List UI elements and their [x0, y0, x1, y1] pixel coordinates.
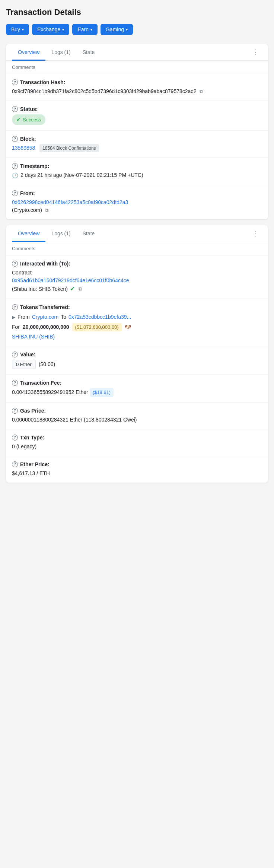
tab-overview-2[interactable]: Overview: [12, 225, 45, 242]
tokens-value: ▶ From Crypto.com To 0x72a53cdbbcc1b9efa…: [12, 312, 262, 341]
help-icon-interacted[interactable]: ?: [12, 261, 18, 267]
page-title: Transaction Details: [0, 0, 274, 21]
field-transaction-hash: ? Transaction Hash: 0x9cf78984c1b9db371f…: [6, 74, 268, 101]
contract-name-line: (Shiba Inu: SHIB Token) ✔ ⧉: [12, 284, 262, 293]
comments-label-2: Comments: [6, 242, 268, 255]
copy-hash-icon[interactable]: ⧉: [200, 88, 203, 95]
help-icon-status[interactable]: ?: [12, 106, 18, 112]
tab-menu-icon-2[interactable]: ⋮: [249, 226, 262, 241]
exchange-button[interactable]: Exchange ▾: [32, 24, 69, 35]
triangle-icon: ▶: [12, 314, 15, 322]
field-label-ether-price: Ether Price:: [20, 461, 50, 467]
fee-value: 0.00413365558929491952 Ether ($19.61): [12, 388, 262, 397]
nav-buttons: Buy ▾ Exchange ▾ Earn ▾ Gaming ▾: [0, 21, 274, 38]
contract-address-link[interactable]: 0x95ad61b0a150d79219dcf64e1e6cc01f0b64c4…: [12, 277, 129, 284]
block-value: 13569858 18584 Block Confirmations: [12, 144, 262, 152]
token-amount-row: For 20,000,000,000,000 ($1,072,600,000.0…: [12, 323, 262, 331]
help-icon-ether-price[interactable]: ?: [12, 461, 18, 467]
card-overview-2: Overview Logs (1) State ⋮ Comments ? Int…: [6, 225, 268, 483]
field-label-status: Status:: [20, 106, 38, 112]
field-from: ? From: 0x6262998ced04146fa42253a5c0af90…: [6, 185, 268, 219]
field-label-timestamp: Timestamp:: [20, 163, 49, 169]
contract-line: 0x95ad61b0a150d79219dcf64e1e6cc01f0b64c4…: [12, 277, 262, 284]
field-tokens-transferred: ? Tokens Transferred: ▶ From Crypto.com …: [6, 299, 268, 346]
contract-name: (Shiba Inu: SHIB Token): [12, 285, 68, 293]
shib-emoji: 🐶: [125, 323, 131, 331]
token-from-link[interactable]: Crypto.com: [32, 312, 59, 322]
field-label-tokens: Tokens Transferred:: [20, 304, 70, 310]
check-icon: ✔: [16, 116, 21, 124]
tabs-1: Overview Logs (1) State ⋮: [6, 44, 268, 61]
field-label-gas: Gas Price:: [20, 408, 46, 414]
field-label-from: From:: [20, 190, 35, 196]
help-icon-gas[interactable]: ?: [12, 408, 18, 414]
comments-label-1: Comments: [6, 61, 268, 74]
token-name-link[interactable]: SHIBA INU (SHIB): [12, 334, 55, 340]
token-amount: 20,000,000,000,000: [23, 323, 69, 331]
from-address-link[interactable]: 0x6262998ced04146fa42253a5c0af90ca02dfd2…: [12, 199, 128, 205]
field-interacted-with: ? Interacted With (To): Contract 0x95ad6…: [6, 255, 268, 299]
tab-logs-2[interactable]: Logs (1): [45, 225, 76, 242]
value-amount: 0 Ether ($0.00): [12, 360, 262, 369]
buy-chevron-icon: ▾: [22, 28, 24, 32]
buy-button[interactable]: Buy ▾: [6, 24, 29, 35]
gas-value: 0.000000118800284321 Ether (118.80028432…: [12, 416, 262, 424]
field-transaction-fee: ? Transaction Fee: 0.0041336555892949195…: [6, 375, 268, 403]
earn-chevron-icon: ▾: [90, 28, 92, 32]
gaming-button[interactable]: Gaming ▾: [101, 24, 133, 35]
block-number-link[interactable]: 13569858: [12, 145, 35, 151]
token-from-label: From: [17, 312, 30, 322]
field-block: ? Block: 13569858 18584 Block Confirmati…: [6, 131, 268, 158]
timestamp-value: 🕐 2 days 21 hrs ago (Nov-07-2021 02:21:1…: [12, 171, 262, 179]
token-usd-badge: ($1,072,600,000.00): [72, 323, 122, 331]
from-value: 0x6262998ced04146fa42253a5c0af90ca02dfd2…: [12, 198, 262, 214]
help-icon-value[interactable]: ?: [12, 352, 18, 357]
tab-state-2[interactable]: State: [77, 225, 101, 242]
help-icon-from[interactable]: ?: [12, 190, 18, 196]
token-to-label: To: [61, 312, 66, 322]
field-timestamp: ? Timestamp: 🕐 2 days 21 hrs ago (Nov-07…: [6, 158, 268, 185]
fee-usd-badge: ($19.61): [90, 388, 114, 397]
earn-button[interactable]: Earn ▾: [72, 24, 98, 35]
help-icon-hash[interactable]: ?: [12, 79, 18, 85]
field-txn-type: ? Txn Type: 0 (Legacy): [6, 429, 268, 456]
verified-icon: ✔: [70, 284, 75, 293]
status-badge: ✔ Success: [12, 114, 45, 125]
confirmations-badge: 18584 Block Confirmations: [39, 144, 99, 152]
copy-contract-icon[interactable]: ⧉: [79, 285, 82, 293]
help-icon-block[interactable]: ?: [12, 136, 18, 142]
exchange-chevron-icon: ▾: [62, 28, 64, 32]
copy-from-icon[interactable]: ⧉: [45, 207, 48, 214]
help-icon-txn-type[interactable]: ?: [12, 435, 18, 441]
help-icon-fee[interactable]: ?: [12, 380, 18, 386]
card-overview-1: Overview Logs (1) State ⋮ Comments ? Tra…: [6, 44, 268, 219]
field-value: ? Value: 0 Ether ($0.00): [6, 346, 268, 375]
from-name: (Crypto.com): [12, 207, 42, 213]
tab-state-1[interactable]: State: [77, 44, 101, 61]
token-name-row: SHIBA INU (SHIB): [12, 333, 262, 341]
txn-type-value: 0 (Legacy): [12, 443, 262, 451]
field-label-interacted: Interacted With (To):: [20, 261, 70, 267]
field-label-hash: Transaction Hash:: [20, 79, 65, 85]
ether-value-badge: 0 Ether: [12, 360, 36, 369]
token-for-label: For: [12, 323, 20, 331]
value-usd: ($0.00): [39, 360, 55, 368]
ether-price-value: $4,617.13 / ETH: [12, 470, 262, 477]
interacted-value: Contract 0x95ad61b0a150d79219dcf64e1e6cc…: [12, 269, 262, 293]
field-label-txn-type: Txn Type:: [20, 435, 44, 441]
help-icon-tokens[interactable]: ?: [12, 304, 18, 310]
token-to-link[interactable]: 0x72a53cdbbcc1b9efa39...: [68, 312, 131, 322]
hash-value: 0x9cf78984c1b9db371fa2c802c5d5bd7396d1c9…: [12, 88, 262, 95]
tabs-2: Overview Logs (1) State ⋮: [6, 225, 268, 242]
status-value: ✔ Success: [12, 114, 262, 125]
field-label-fee: Transaction Fee:: [20, 380, 61, 386]
token-transfer-detail: ▶ From Crypto.com To 0x72a53cdbbcc1b9efa…: [12, 312, 262, 322]
tab-overview-1[interactable]: Overview: [12, 44, 45, 61]
tab-logs-1[interactable]: Logs (1): [45, 44, 76, 61]
field-gas-price: ? Gas Price: 0.000000118800284321 Ether …: [6, 403, 268, 429]
field-label-value: Value:: [20, 352, 35, 357]
help-icon-timestamp[interactable]: ?: [12, 163, 18, 169]
field-label-block: Block:: [20, 136, 36, 142]
gaming-chevron-icon: ▾: [126, 28, 128, 32]
tab-menu-icon-1[interactable]: ⋮: [249, 45, 262, 59]
